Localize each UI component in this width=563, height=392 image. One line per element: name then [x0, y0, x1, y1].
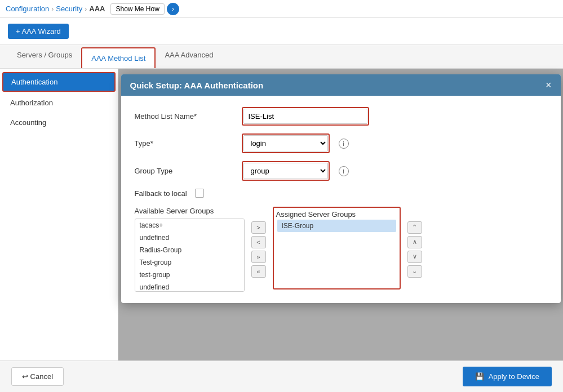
sidebar-item-accounting[interactable]: Accounting [0, 113, 118, 132]
modal-overlay: Quick Setup: AAA Authentication × Method… [118, 69, 563, 390]
type-wrapper: login enable ppp [242, 133, 330, 153]
method-list-name-wrapper [242, 107, 369, 126]
sidebar: Authentication Authorization Accounting [0, 69, 118, 390]
sidebar-item-authentication[interactable]: Authentication [2, 72, 116, 92]
tab-aaa-method-list[interactable]: AAA Method List [81, 47, 156, 68]
main-content: Authentication Authorization Accounting … [0, 69, 563, 390]
transfer-all-left-button[interactable]: « [251, 265, 266, 278]
list-item[interactable]: Test-group [135, 256, 244, 269]
modal-body: Method List Name* Type* login enable [121, 96, 561, 303]
nav-sep-2: › [85, 5, 87, 13]
content-panel: + Add ✕ Delete Quick Setup: AAA Authenti… [118, 69, 563, 390]
server-groups-area: Available Server Groups tacacs+ undefine… [135, 207, 547, 292]
method-list-name-label: Method List Name* [135, 112, 236, 121]
order-buttons: ⌃ ∧ ∨ ⌄ [407, 221, 422, 278]
modal-footer: ↩ Cancel 💾 Apply to Device [0, 360, 563, 392]
show-me-how-button[interactable]: Show Me How [110, 3, 164, 15]
assigned-label: Assigned Server Groups [276, 210, 356, 219]
method-list-name-input[interactable] [243, 109, 367, 124]
fallback-row: Fallback to local [135, 189, 547, 198]
list-item[interactable]: tacacs+ [135, 219, 244, 231]
tab-aaa-advanced[interactable]: AAA Advanced [156, 45, 222, 68]
order-bottom-button[interactable]: ⌄ [407, 265, 422, 278]
transfer-all-right-button[interactable]: » [251, 251, 266, 263]
list-item[interactable]: undefined [135, 231, 244, 244]
list-item[interactable]: undefined [135, 281, 244, 292]
apply-to-device-button[interactable]: 💾 Apply to Device [463, 367, 552, 386]
available-server-groups-panel: Available Server Groups tacacs+ undefine… [135, 207, 245, 292]
type-label: Type* [135, 139, 236, 148]
assigned-server-list[interactable]: ISE-Group [276, 219, 397, 286]
list-item[interactable]: ISE-Group [277, 220, 396, 232]
top-nav: Configuration › Security › AAA Show Me H… [0, 0, 563, 18]
order-top-button[interactable]: ⌃ [407, 221, 422, 234]
tab-servers-groups[interactable]: Servers / Groups [8, 45, 81, 68]
nav-sep-1: › [51, 5, 54, 13]
toolbar: + AAA Wizard [0, 18, 563, 45]
group-type-row: Group Type group radius tacacs+ i [135, 161, 547, 181]
transfer-right-button[interactable]: > [251, 221, 266, 234]
aaa-wizard-button[interactable]: + AAA Wizard [8, 24, 69, 39]
group-type-info-icon[interactable]: i [339, 166, 349, 176]
modal-header: Quick Setup: AAA Authentication × [121, 74, 561, 96]
modal-title: Quick Setup: AAA Authentication [130, 81, 264, 90]
sidebar-item-authorization[interactable]: Authorization [0, 93, 118, 113]
group-type-select[interactable]: group radius tacacs+ [243, 163, 328, 179]
assigned-server-groups-panel: Assigned Server Groups ISE-Group [273, 207, 401, 289]
order-down-button[interactable]: ∨ [407, 251, 422, 263]
transfer-buttons: > < » « [251, 221, 266, 278]
list-item[interactable]: Radius-Group [135, 244, 244, 256]
nav-configuration[interactable]: Configuration [6, 5, 49, 13]
list-item[interactable]: test-group [135, 269, 244, 281]
order-up-button[interactable]: ∧ [407, 236, 422, 248]
apply-label: Apply to Device [489, 372, 539, 381]
type-select[interactable]: login enable ppp [243, 135, 328, 152]
modal-dialog: Quick Setup: AAA Authentication × Method… [121, 74, 561, 303]
nav-aaa: AAA [89, 5, 105, 13]
available-server-list[interactable]: tacacs+ undefined Radius-Group Test-grou… [135, 219, 245, 292]
fallback-checkbox[interactable] [195, 189, 204, 198]
fallback-label: Fallback to local [135, 189, 187, 198]
nav-security[interactable]: Security [56, 5, 82, 13]
method-list-name-row: Method List Name* [135, 107, 547, 126]
tab-row: Servers / Groups AAA Method List AAA Adv… [0, 45, 563, 69]
transfer-left-button[interactable]: < [251, 236, 266, 248]
modal-close-button[interactable]: × [546, 80, 552, 90]
cancel-button[interactable]: ↩ Cancel [11, 367, 64, 386]
nav-circle-button[interactable]: › [167, 3, 179, 15]
group-type-label: Group Type [135, 167, 236, 175]
type-info-icon[interactable]: i [339, 139, 349, 149]
apply-icon: 💾 [475, 372, 484, 381]
assigned-panel-wrapper: Assigned Server Groups ISE-Group [273, 207, 401, 289]
type-row: Type* login enable ppp i [135, 133, 547, 153]
available-label: Available Server Groups [135, 207, 245, 215]
group-type-wrapper: group radius tacacs+ [242, 161, 330, 181]
